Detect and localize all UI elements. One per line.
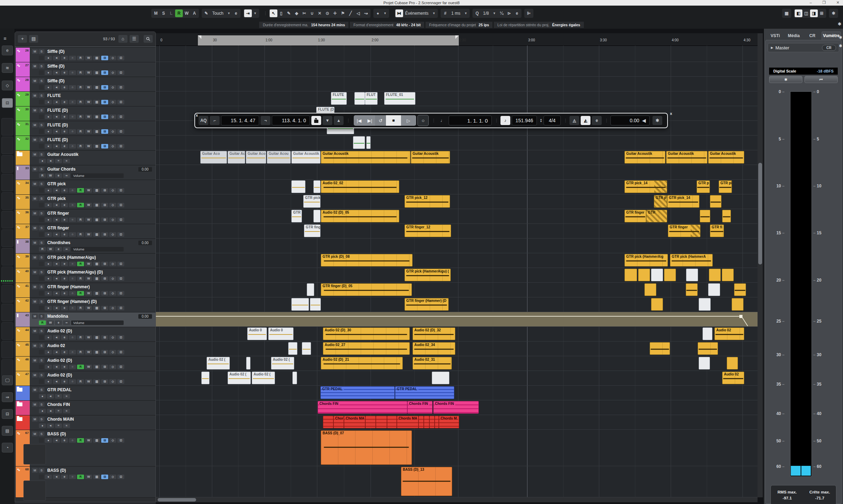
primary-time-icon[interactable]: ♩ (437, 116, 447, 125)
play-tool[interactable]: ◁ (354, 9, 362, 17)
musical-mode-button[interactable]: ◇ (109, 218, 116, 222)
inspector-section-collapsed[interactable] (1, 211, 13, 228)
mute-button[interactable]: M (32, 255, 38, 260)
track-row-audio-02-d-[interactable]: ∿47MSAudio 02 (D)●◄e○RW▥⊟◇⊡ (15, 371, 156, 386)
event-clip[interactable] (387, 416, 397, 428)
event-clip[interactable]: GTR p (697, 180, 710, 193)
event-clip[interactable] (624, 269, 637, 281)
track-row-gtr-finger-hammer-d-[interactable]: ∿42MSGTR finger (Hammer) (D)●◄e○RW▥⊟◇⊡ (15, 298, 156, 312)
lanes-button[interactable]: ▥ (93, 100, 100, 104)
hand-tool[interactable]: ✛ (331, 9, 339, 17)
event-clip[interactable]: Audio 02 (D)_21 (321, 357, 403, 370)
mute-button[interactable]: M (32, 417, 38, 422)
event-clip[interactable]: GTR (646, 210, 667, 222)
event-clip[interactable] (365, 416, 376, 428)
event-clip[interactable] (708, 283, 720, 296)
event-clip[interactable] (727, 357, 738, 370)
monitor-button[interactable]: ◄ (53, 129, 60, 134)
event-clip[interactable] (699, 298, 711, 311)
mute-button[interactable]: M (32, 167, 38, 172)
autoscroll-button[interactable]: ⇥ (244, 9, 252, 17)
freeze-button[interactable]: ○ (69, 475, 76, 479)
monitor-button[interactable]: ◄ (53, 100, 60, 104)
read-automation-button[interactable]: R (77, 70, 84, 75)
track-row-guitar-acoustik[interactable]: MSGuitar Acoustik●◄=≈ (15, 151, 156, 165)
solo-button[interactable]: S (39, 226, 44, 230)
status-segment-2[interactable]: Fréquence d'image du projet25 ips (426, 22, 492, 28)
solo-button[interactable]: S (39, 167, 44, 172)
lanes-button[interactable]: ▥ (93, 475, 100, 479)
transport-setup-button[interactable]: ✱ (652, 116, 662, 125)
solo-button[interactable]: S (39, 255, 44, 260)
monitor-button[interactable]: ◄ (53, 232, 60, 237)
record-enable-button[interactable]: ● (45, 232, 52, 237)
mute-button[interactable]: M (32, 314, 38, 319)
freeze-button[interactable]: ○ (69, 100, 76, 104)
edit-channel-button[interactable]: e (61, 70, 68, 75)
freeze-button[interactable]: ○ (69, 85, 76, 90)
read-automation-button[interactable]: R (77, 438, 84, 443)
goto-previous-marker-button[interactable]: |◀ (354, 115, 365, 126)
events-mode-button[interactable]: ⊟ (101, 291, 108, 296)
record-enable-button[interactable]: ● (45, 129, 52, 134)
compress-button[interactable]: ⊡ (117, 475, 124, 479)
freeze-button[interactable]: ○ (69, 365, 76, 369)
freeze-button[interactable]: ○ (69, 232, 76, 237)
solo-button[interactable]: S (39, 93, 44, 98)
solo-button[interactable]: S (39, 270, 44, 275)
lanes-button[interactable]: ▥ (93, 350, 100, 354)
event-clip[interactable]: Guitar Aco (246, 151, 266, 164)
event-clip[interactable] (366, 136, 371, 149)
compress-button[interactable]: ⊡ (117, 218, 124, 222)
horizontal-scrollbar-thumb[interactable] (158, 498, 196, 502)
freeze-button[interactable]: ○ (69, 350, 76, 354)
events-mode-button[interactable]: ⊟ (101, 232, 108, 237)
event-clip[interactable]: BASS (D)_07 (321, 430, 412, 465)
write-automation-button[interactable]: W (85, 350, 92, 354)
track-row-flute-d-[interactable]: ∿31MSFLUTE (D)●◄e○RW▥⊟◇⊡ (15, 121, 156, 136)
mute-button[interactable]: M (32, 329, 38, 333)
event-clip[interactable]: Chords MA (344, 416, 365, 428)
musical-mode-button[interactable]: ◇ (109, 350, 116, 354)
write-automation-button[interactable]: W (85, 232, 92, 237)
phase-button[interactable]: ≈ (63, 394, 70, 399)
timeline-ruler[interactable]: 0301:001:302:002:303:003:304:004:30 (156, 33, 758, 46)
write-automation-button[interactable]: W (85, 365, 92, 369)
record-enable-button[interactable]: ● (45, 218, 52, 222)
record-enable-button[interactable]: ● (45, 56, 52, 60)
solo-button[interactable]: S (39, 108, 44, 113)
edit-channel-button[interactable]: e (61, 115, 68, 119)
event-clip[interactable]: Guitar Ac (228, 151, 245, 164)
mute-button[interactable]: M (32, 64, 38, 69)
automation-parameter-select[interactable]: Volume (71, 247, 124, 251)
event-clip[interactable]: Audio 02 (D)_32 (413, 327, 455, 340)
edit-channel-icon[interactable]: e (2, 46, 13, 55)
events-mode-button[interactable]: ⊟ (101, 276, 108, 281)
edit-channel-button[interactable]: e (61, 203, 68, 207)
quantize-value[interactable]: 1/8 (481, 11, 491, 16)
metronome-button[interactable]: ◬ (569, 116, 579, 125)
phase-button[interactable]: ≈ (63, 409, 70, 413)
compress-button[interactable]: ⊡ (117, 306, 124, 310)
musical-mode-button[interactable]: ◇ (109, 306, 116, 310)
track-row-bass-d-[interactable]: ∿68MSBASS (D)●◄e○RW▥⊟◇⊡ (15, 467, 156, 498)
read-automation-button[interactable]: R (77, 129, 84, 134)
read-automation-button[interactable]: R (77, 475, 84, 479)
inspector-section-collapsed[interactable] (1, 248, 13, 265)
automation-w-button[interactable]: W (183, 9, 191, 17)
record-button[interactable]: ○ (417, 115, 429, 126)
metronome-off-button[interactable]: ◭ (581, 116, 590, 125)
monitor-button[interactable]: ◄ (53, 350, 60, 354)
event-clip[interactable]: GTR PEDAL (395, 386, 454, 399)
marker-tool[interactable]: ⚑ (339, 9, 347, 17)
track-row-chords-fin[interactable]: MSChords FIN●◄=≈ (15, 401, 156, 415)
track-row-flute[interactable]: ∿29MSFLUTE●◄e○RW▥⊟◇⊡ (15, 92, 156, 106)
mute-button[interactable]: M (32, 387, 38, 392)
event-clip[interactable]: GTR finger (624, 210, 646, 222)
events-mode-button[interactable]: ⊟ (101, 85, 108, 90)
event-clip[interactable]: Audio 02_27 (323, 342, 410, 355)
compress-button[interactable]: ⊡ (117, 56, 124, 60)
freeze-button[interactable]: ○ (69, 70, 76, 75)
lock-punch-button[interactable] (311, 116, 321, 125)
freeze-button[interactable]: ○ (69, 144, 76, 149)
